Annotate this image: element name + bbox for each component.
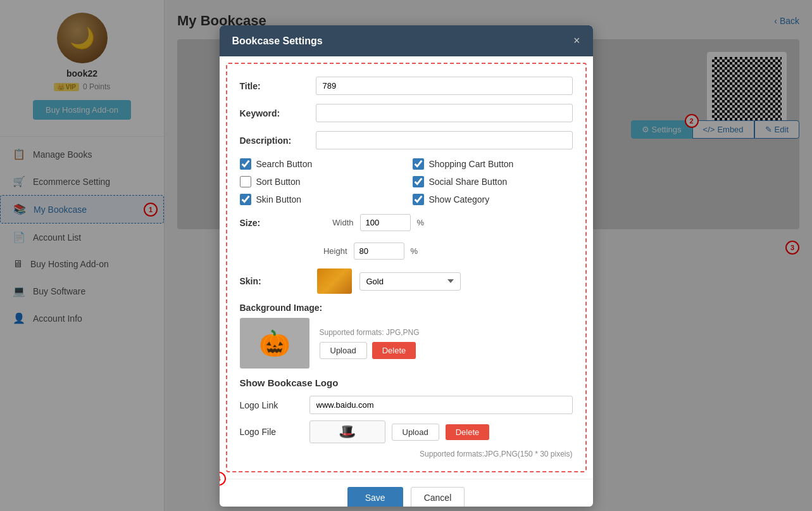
height-unit: % [411,246,418,256]
bg-delete-button[interactable]: Delete [372,342,416,359]
logo-supported-text: Supported formats:JPG,PNG(150 * 30 pixei… [240,450,573,458]
logo-preview: 🎩 [309,420,385,443]
search-button-checkbox[interactable] [240,158,251,170]
description-input[interactable] [316,131,573,149]
modal-body: Title: Keyword: Description: Search Butt… [226,63,587,472]
annotation-4: 4 [220,472,226,486]
title-input[interactable] [316,77,573,95]
skin-label: Skin: [240,276,309,286]
description-label: Description: [240,136,309,146]
keyword-label: Keyword: [240,108,309,118]
logo-file-row: Logo File 🎩 Upload Delete [240,420,573,443]
skin-preview [317,268,352,294]
sort-button-label: Sort Button [256,177,301,187]
checkbox-shopping-cart: Shopping Cart Button [413,158,573,170]
height-input[interactable] [354,243,404,260]
checkbox-social-share: Social Share Button [413,176,573,187]
checkbox-show-category: Show Category [413,194,573,205]
logo-delete-button[interactable]: Delete [446,424,490,440]
modal-header: Bookcase Settings × [220,25,593,56]
modal-title: Bookcase Settings [232,35,323,47]
checkbox-search-btn: Search Button [240,158,400,170]
skin-button-checkbox[interactable] [240,194,251,205]
show-category-checkbox[interactable] [413,194,424,205]
bg-image-row: 🎃 Supported formats: JPG,PNG Upload Dele… [240,318,573,369]
skin-button-label: Skin Button [256,194,302,205]
skin-row: Skin: Gold Silver Bronze Blue Green [240,268,573,294]
title-label: Title: [240,81,309,91]
logo-file-actions: 🎩 Upload Delete [309,420,490,443]
modal-close-button[interactable]: × [573,34,580,47]
size-label: Size: [240,218,309,228]
social-share-checkbox[interactable] [413,176,424,187]
checkbox-grid: Search Button Shopping Cart Button Sort … [240,158,573,205]
width-label: Width [316,218,354,227]
width-unit: % [417,218,425,227]
logo-link-input[interactable] [309,396,573,414]
logo-upload-button[interactable]: Upload [392,424,439,441]
bookcase-settings-modal: Bookcase Settings × Title: Keyword: Desc… [220,25,593,507]
show-category-label: Show Category [429,194,490,205]
checkbox-sort-btn: Sort Button [240,176,400,187]
width-input[interactable] [360,214,411,231]
background-image-section: Background Image: 🎃 Supported formats: J… [240,303,573,369]
shopping-cart-label: Shopping Cart Button [429,159,514,169]
title-row: Title: [240,77,573,95]
save-button[interactable]: Save [347,487,403,507]
bg-thumbnail: 🎃 [240,318,309,369]
bg-supported-text: Supported formats: JPG,PNG [320,328,420,337]
logo-file-label: Logo File [240,427,309,437]
skin-select[interactable]: Gold Silver Bronze Blue Green [359,272,461,291]
description-row: Description: [240,131,573,149]
cancel-button[interactable]: Cancel [411,487,465,507]
shopping-cart-checkbox[interactable] [413,158,424,170]
sort-button-checkbox[interactable] [240,176,251,187]
bg-image-label: Background Image: [240,303,573,313]
keyword-row: Keyword: [240,104,573,122]
checkbox-skin-btn: Skin Button [240,194,400,205]
size-section: Size: Width % Height % [240,214,573,260]
bg-info-col: Supported formats: JPG,PNG Upload Delete [320,328,420,359]
modal-footer: 4 Save Cancel [220,479,593,507]
social-share-label: Social Share Button [429,177,508,187]
bookcase-logo-title: Show Bookcase Logo [240,377,573,388]
logo-link-row: Logo Link [240,396,573,414]
keyword-input[interactable] [316,104,573,122]
height-label: Height [309,246,347,256]
search-button-label: Search Button [256,159,313,169]
bg-upload-button[interactable]: Upload [320,342,367,359]
modal-overlay: Bookcase Settings × Title: Keyword: Desc… [0,0,812,511]
logo-link-label: Logo Link [240,400,309,410]
